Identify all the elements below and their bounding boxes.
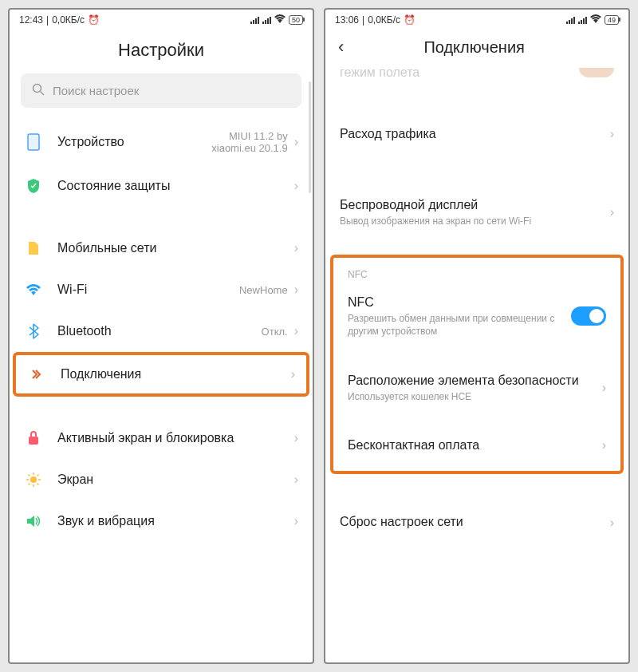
row-security-status[interactable]: Состояние защиты › [10,165,313,207]
highlight-nfc-block: NFC NFC Разрешить обмен данными при совм… [330,255,624,474]
highlight-connections: Подключения › [13,352,309,397]
row-secure-element[interactable]: Расположение элемента безопасности Испол… [333,362,620,414]
chevron-right-icon: › [602,381,606,395]
svg-line-11 [29,484,30,485]
wifi-icon [274,14,286,26]
chevron-right-icon: › [610,516,614,530]
chevron-right-icon: › [294,241,298,255]
status-bar: 12:43 | 0,0КБ/с ⏰ 50 [10,10,313,29]
chevron-right-icon: › [610,205,614,219]
wifi-icon [590,14,601,26]
lock-icon [24,429,43,448]
row-wireless-display[interactable]: Беспроводной дисплей Вывод изображения н… [325,186,628,239]
row-data-usage[interactable]: Расход трафика › [325,112,628,157]
sim-icon [24,239,43,258]
search-icon [32,83,45,98]
toggle-airplane[interactable] [579,68,614,77]
page-title: Подключения [350,38,617,57]
status-time: 12:43 [19,14,43,26]
row-contactless-payment[interactable]: Бесконтактная оплата › [333,426,620,465]
shield-icon [24,176,43,196]
chevron-right-icon: › [294,431,298,445]
svg-line-1 [41,92,45,96]
chevron-right-icon: › [294,514,298,528]
row-reset-network[interactable]: Сброс настроек сети › [325,503,628,542]
battery-icon: 50 [289,15,303,25]
row-device[interactable]: Устройство MIUI 11.2 by xiaomi.eu 20.1.9… [10,119,313,165]
settings-screen: 12:43 | 0,0КБ/с ⏰ 50 Настройки Поиск нас… [8,8,314,664]
signal-icon [262,16,271,24]
chevron-right-icon: › [602,438,606,453]
row-connections[interactable]: Подключения › [16,355,306,393]
svg-rect-3 [29,437,38,445]
chevron-right-icon: › [291,367,295,381]
svg-line-9 [29,475,30,476]
row-mobile-networks[interactable]: Мобильные сети › [10,227,313,269]
wifi-icon [24,280,43,299]
signal-icon [250,16,259,24]
settings-list: Устройство MIUI 11.2 by xiaomi.eu 20.1.9… [10,119,313,662]
svg-rect-2 [28,134,39,150]
chevron-right-icon: › [294,179,298,193]
chevron-right-icon: › [294,472,298,487]
sound-icon [24,512,43,531]
chevron-right-icon: › [294,135,298,149]
search-input[interactable]: Поиск настроек [21,73,301,108]
alarm-icon: ⏰ [88,14,100,26]
back-button[interactable]: ‹ [337,37,350,57]
svg-point-4 [30,476,37,483]
svg-line-10 [37,484,39,485]
status-net: 0,0КБ/с [52,14,85,26]
status-time: 13:06 [335,14,359,26]
signal-icon [578,16,587,24]
signal-icon [566,16,575,24]
row-display[interactable]: Экран › [10,459,313,500]
phone-icon [24,132,43,152]
svg-point-0 [33,85,41,93]
bluetooth-icon [24,322,43,341]
row-bluetooth[interactable]: Bluetooth Откл. › [10,310,313,352]
status-net: 0,0КБ/с [368,14,400,26]
battery-icon: 49 [605,15,619,25]
share-icon [27,365,46,384]
alarm-icon: ⏰ [404,14,415,26]
header: ‹ Подключения [325,29,628,69]
search-placeholder: Поиск настроек [53,84,139,97]
svg-line-12 [37,475,39,476]
row-wifi[interactable]: Wi-Fi NewHome › [10,269,313,310]
row-airplane-partial[interactable]: гежим полета [325,65,628,80]
brightness-icon [24,470,43,489]
page-title: Настройки [10,29,313,73]
status-bar: 13:06 | 0,0КБ/с ⏰ 49 [325,10,628,29]
chevron-right-icon: › [294,324,298,338]
connections-screen: 13:06 | 0,0КБ/с ⏰ 49 ‹ Подключения гежим… [324,8,630,664]
connections-list: Расход трафика › Беспроводной дисплей Вы… [325,80,628,662]
row-sound[interactable]: Звук и вибрация › [10,500,313,534]
chevron-right-icon: › [610,127,614,141]
row-nfc[interactable]: NFC Разрешить обмен данными при совмещен… [333,283,620,349]
section-header-nfc: NFC [333,261,620,283]
row-lockscreen[interactable]: Активный экран и блокировка › [10,417,313,459]
toggle-nfc[interactable] [571,306,606,326]
chevron-right-icon: › [294,283,298,297]
